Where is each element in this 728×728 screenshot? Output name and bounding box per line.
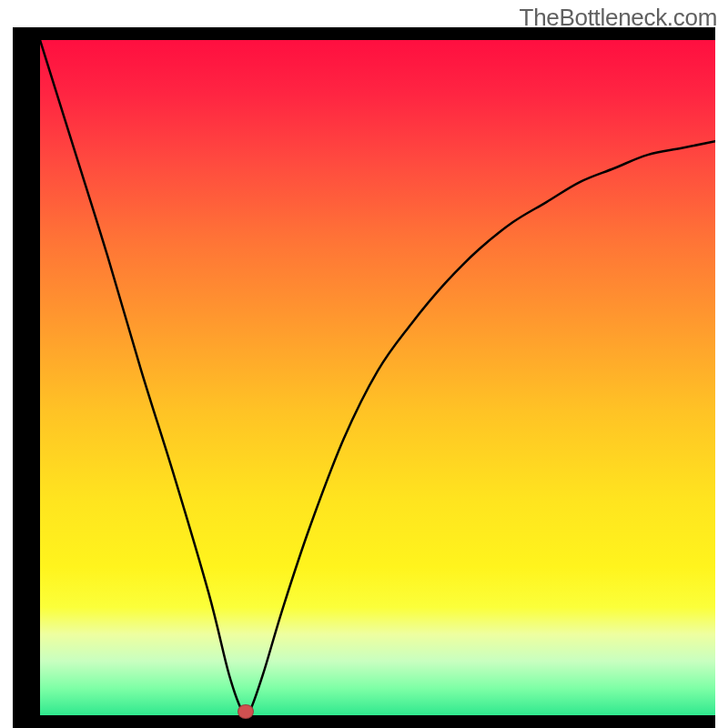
svg-rect-0 xyxy=(40,40,715,715)
chart-container: TheBottleneck.com xyxy=(0,0,728,728)
gradient-background xyxy=(40,40,715,715)
plot-area xyxy=(40,40,715,715)
bottleneck-minimum-marker xyxy=(238,704,254,719)
watermark-text: TheBottleneck.com xyxy=(520,4,717,32)
